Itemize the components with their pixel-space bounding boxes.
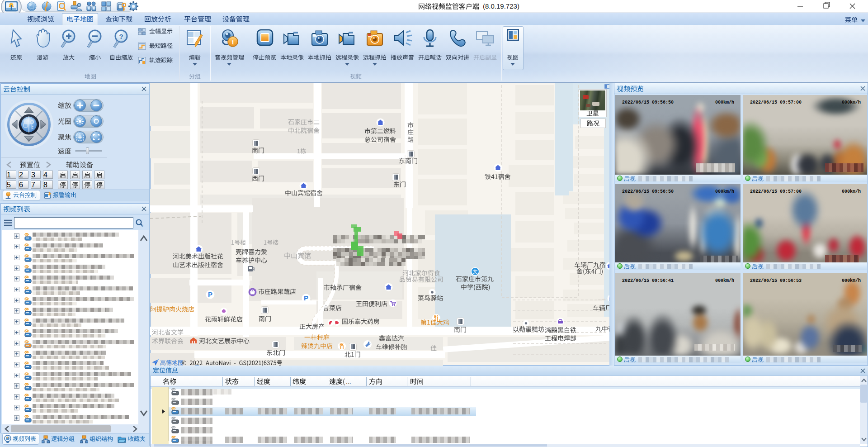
svg-text:P: P [208,290,212,298]
svg-text:P: P [304,294,308,302]
svg-text:i: i [232,38,234,46]
svg-text:文: 文 [473,269,478,274]
svg-text:?: ? [119,33,123,40]
